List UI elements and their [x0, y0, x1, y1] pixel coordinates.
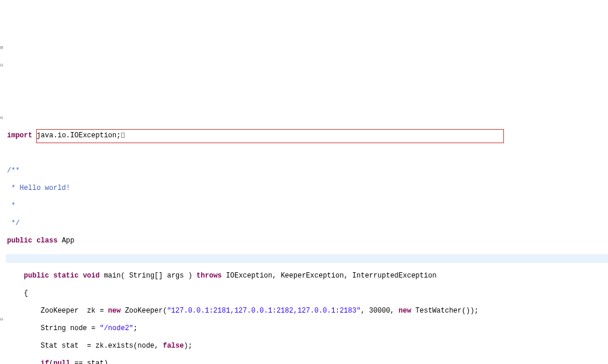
text: App — [62, 237, 75, 245]
collapse-icon[interactable]: ⊖ — [0, 114, 3, 123]
keyword: import — [7, 131, 32, 140]
keyword: if — [41, 359, 49, 364]
text: ZooKeeper( — [120, 307, 167, 315]
code-line[interactable]: if(null == stat) — [7, 359, 608, 364]
fold-gutter: ⊞ ⊖ ⊖ ⊖ — [0, 35, 6, 88]
code-line[interactable]: Stat stat = zk.exists(node, false); — [7, 342, 608, 351]
comment: /** — [7, 167, 20, 175]
keyword: static — [53, 272, 78, 280]
code-editor[interactable]: ⊞ ⊖ ⊖ ⊖ import java.io.IOException; /** … — [0, 35, 608, 364]
keyword: class — [36, 237, 57, 245]
keyword: null — [53, 359, 70, 364]
text: , 30000, — [361, 307, 399, 315]
expand-icon[interactable]: ⊞ — [0, 44, 3, 53]
text: Stat stat = zk.exists(node, — [7, 342, 163, 350]
code-line[interactable]: public class App — [7, 237, 608, 245]
text: { — [7, 254, 11, 262]
code-line[interactable]: { — [7, 289, 608, 298]
comment: */ — [7, 219, 20, 227]
keyword: false — [163, 342, 184, 350]
code-line[interactable]: * Hello world! — [7, 184, 608, 193]
code-line[interactable]: { — [7, 254, 608, 263]
code-area[interactable]: import java.io.IOException; /** * Hello … — [0, 105, 608, 364]
comment: * Hello world! — [7, 184, 70, 192]
fold-marker[interactable] — [121, 133, 125, 138]
code-line[interactable] — [7, 149, 608, 158]
code-line[interactable]: public static void main( String[] args )… — [7, 272, 608, 280]
text: TestWatcher()); — [411, 307, 478, 315]
collapse-icon[interactable]: ⊖ — [0, 316, 3, 324]
code-line[interactable]: * — [7, 202, 608, 210]
code-line[interactable] — [7, 114, 608, 123]
text: { — [7, 289, 28, 297]
code-line[interactable]: */ — [7, 219, 608, 228]
text: java.io.IOException; — [32, 131, 120, 140]
text: IOException, KeeperException, Interrupte… — [226, 272, 437, 280]
comment: * — [7, 202, 15, 210]
keyword: throws — [196, 272, 222, 280]
text: ZooKeeper zk = — [7, 307, 108, 315]
string: "127.0.0.1:2181,127.0.0.1:2182,127.0.0.1… — [167, 307, 361, 315]
collapse-icon[interactable]: ⊖ — [0, 61, 3, 70]
keyword: new — [108, 307, 121, 315]
keyword: void — [83, 272, 100, 280]
text: ); — [184, 342, 192, 350]
keyword: public — [7, 237, 32, 245]
string: "/node2" — [99, 324, 133, 332]
keyword: public — [24, 272, 49, 280]
text: main( String[] args ) — [104, 272, 192, 280]
code-line[interactable]: import java.io.IOException; — [7, 131, 608, 140]
text: == stat) — [70, 359, 108, 364]
text: ; — [133, 324, 137, 332]
keyword: new — [399, 307, 412, 315]
code-line[interactable]: /** — [7, 167, 608, 175]
text: String node = — [7, 324, 99, 332]
code-line[interactable]: ZooKeeper zk = new ZooKeeper("127.0.0.1:… — [7, 307, 608, 316]
code-line[interactable]: String node = "/node2"; — [7, 324, 608, 333]
